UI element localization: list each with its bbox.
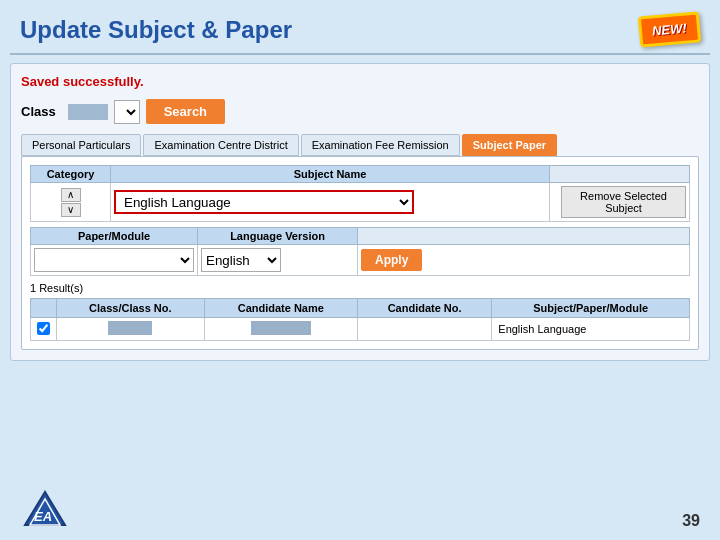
language-version-select[interactable]: English	[201, 248, 281, 272]
svg-text:EA: EA	[34, 509, 52, 524]
tab-personal-particulars[interactable]: Personal Particulars	[21, 134, 141, 156]
class-select[interactable]	[114, 100, 140, 124]
tabs-container: Personal Particulars Examination Centre …	[21, 134, 699, 156]
category-header: Category	[31, 166, 111, 183]
subject-paper-module-col-header: Subject/Paper/Module	[492, 299, 690, 318]
page-number: 39	[682, 512, 700, 530]
remove-subject-button[interactable]: Remove Selected Subject	[561, 186, 686, 218]
main-box: Saved successfully. Class Search Persona…	[10, 63, 710, 361]
class-cell	[57, 318, 205, 341]
header: Update Subject & Paper NEW!	[0, 0, 720, 53]
apply-header	[358, 228, 690, 245]
subject-paper-module-cell: English Language	[492, 318, 690, 341]
remove-subject-cell: Remove Selected Subject	[550, 183, 690, 222]
inner-panel: Category Subject Name ∧ ∨	[21, 156, 699, 350]
tab-examination-fee-remission[interactable]: Examination Fee Remission	[301, 134, 460, 156]
class-col-header: Class/Class No.	[57, 299, 205, 318]
class-label: Class	[21, 104, 56, 119]
subject-name-cell: English Language	[111, 183, 550, 222]
class-input-box	[68, 104, 108, 120]
category-up-button[interactable]: ∧	[61, 188, 81, 202]
paper-module-header: Paper/Module	[31, 228, 198, 245]
candidate-no-cell	[357, 318, 491, 341]
page-title: Update Subject & Paper	[20, 16, 292, 44]
new-badge: NEW!	[638, 11, 701, 47]
tab-subject-paper[interactable]: Subject Paper	[462, 134, 557, 156]
subject-name-header: Subject Name	[111, 166, 550, 183]
results-table: Class/Class No. Candidate Name Candidate…	[30, 298, 690, 341]
category-cell: ∧ ∨	[31, 183, 111, 222]
row-checkbox-cell	[31, 318, 57, 341]
language-version-cell: English	[198, 245, 358, 276]
apply-button[interactable]: Apply	[361, 249, 422, 271]
candidate-name-cell	[204, 318, 357, 341]
subject-name-select[interactable]: English Language	[114, 190, 414, 214]
candidate-no-col-header: Candidate No.	[357, 299, 491, 318]
category-down-button[interactable]: ∨	[61, 203, 81, 217]
checkbox-col-header	[31, 299, 57, 318]
logo-area: EA	[20, 487, 70, 530]
header-divider	[10, 53, 710, 55]
search-button[interactable]: Search	[146, 99, 225, 124]
remove-subject-header	[550, 166, 690, 183]
tab-examination-centre-district[interactable]: Examination Centre District	[143, 134, 298, 156]
candidate-name-col-header: Candidate Name	[204, 299, 357, 318]
apply-cell: Apply	[358, 245, 690, 276]
row-checkbox[interactable]	[37, 322, 50, 335]
subject-row-table: Category Subject Name ∧ ∨	[30, 165, 690, 222]
page-container: Update Subject & Paper NEW! Saved succes…	[0, 0, 720, 540]
paper-module-select[interactable]	[34, 248, 194, 272]
language-version-header: Language Version	[198, 228, 358, 245]
paper-module-cell	[31, 245, 198, 276]
table-row: English Language	[31, 318, 690, 341]
class-row: Class Search	[21, 99, 699, 124]
paper-row-table: Paper/Module Language Version	[30, 227, 690, 276]
saved-message: Saved successfully.	[21, 74, 699, 89]
logo-icon: EA	[20, 487, 70, 527]
results-count: 1 Result(s)	[30, 282, 690, 294]
